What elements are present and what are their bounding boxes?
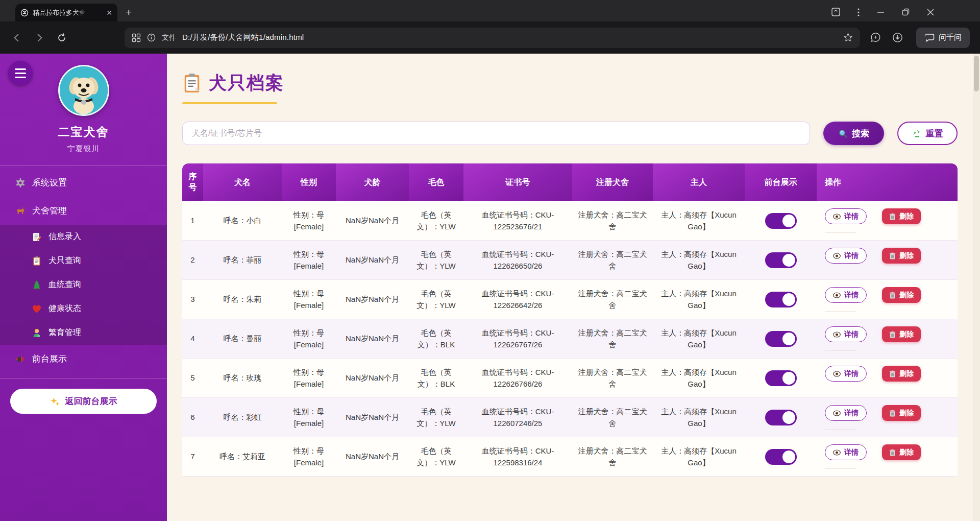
action-underline xyxy=(825,272,856,272)
display-toggle[interactable] xyxy=(765,213,797,229)
row-index: 5 xyxy=(182,359,203,398)
dog-color: 毛色（英文）：YLW xyxy=(409,241,463,280)
sidebar-item-pedigree-query[interactable]: 血统查询 xyxy=(0,273,167,297)
delete-button[interactable]: 删除 xyxy=(882,444,921,460)
action-underline xyxy=(825,311,856,312)
browser-tab[interactable]: 精品拉布拉多犬舍 ✕ xyxy=(15,4,117,21)
dog-age: NaN岁NaN个月 xyxy=(336,280,409,319)
minimize-icon[interactable] xyxy=(877,8,885,16)
bookmark-star-icon[interactable] xyxy=(843,33,853,42)
dog-gender: 性别：母[Female] xyxy=(282,437,336,477)
detail-button-label: 详情 xyxy=(844,409,859,418)
sidebar-submenu: 信息录入 犬只查询 血统查询 健康状态 xyxy=(0,225,167,345)
apps-grid-icon[interactable] xyxy=(132,33,141,42)
megaphone-icon xyxy=(15,354,26,364)
delete-button-label: 删除 xyxy=(899,369,914,378)
col-header-name: 犬名 xyxy=(203,163,282,201)
detail-button-label: 详情 xyxy=(844,212,859,221)
col-header-index: 序号 xyxy=(182,163,203,201)
sidebar-item-label: 繁育管理 xyxy=(48,327,81,338)
back-to-frontend-button[interactable]: 返回前台展示 xyxy=(10,389,157,414)
sidebar-item-dog-query[interactable]: 犬只查询 xyxy=(0,249,167,273)
eye-icon xyxy=(833,331,841,338)
col-header-actions: 操作 xyxy=(817,163,958,201)
display-toggle[interactable] xyxy=(765,410,797,425)
eye-icon xyxy=(833,214,841,220)
page-scrollbar[interactable] xyxy=(973,54,980,521)
forward-button[interactable] xyxy=(31,29,48,46)
display-toggle[interactable] xyxy=(765,252,797,268)
hamburger-menu-button[interactable] xyxy=(8,61,33,85)
detail-button[interactable]: 详情 xyxy=(825,287,867,303)
action-underline xyxy=(825,429,856,430)
dog-color: 毛色（英文）：YLW xyxy=(409,437,463,477)
detail-button[interactable]: 详情 xyxy=(825,208,867,224)
action-underline xyxy=(825,468,856,469)
boost-icon[interactable] xyxy=(870,32,881,43)
detail-button[interactable]: 详情 xyxy=(825,366,867,382)
row-index: 3 xyxy=(182,280,203,319)
sidebar-item-frontend-display[interactable]: 前台展示 xyxy=(0,345,167,373)
display-toggle[interactable] xyxy=(765,331,797,347)
toggle-knob xyxy=(782,254,795,267)
sidebar-item-kennel-management[interactable]: 犬舍管理 xyxy=(0,197,167,225)
download-icon[interactable] xyxy=(892,32,903,43)
search-button[interactable]: 搜索 xyxy=(823,122,884,145)
display-toggle[interactable] xyxy=(765,449,797,465)
back-button[interactable] xyxy=(8,29,26,46)
delete-button-label: 删除 xyxy=(899,212,914,221)
dog-kennel: 注册犬舍：高二宝犬舍 xyxy=(572,437,653,477)
delete-button[interactable]: 删除 xyxy=(882,248,921,264)
browser-menu-icon[interactable] xyxy=(857,8,860,16)
sidebar-item-info-entry[interactable]: 信息录入 xyxy=(0,225,167,249)
dog-cert: 血统证书号码：CKU-122607246/25 xyxy=(463,398,572,437)
sidebar-panel-icon[interactable] xyxy=(831,8,840,16)
detail-button[interactable]: 详情 xyxy=(825,405,867,421)
dog-age: NaN岁NaN个月 xyxy=(336,201,409,241)
sidebar-item-health-status[interactable]: 健康状态 xyxy=(0,297,167,321)
delete-button[interactable]: 删除 xyxy=(882,326,921,342)
close-window-icon[interactable] xyxy=(927,9,934,16)
sidebar-item-breeding-management[interactable]: 繁育管理 xyxy=(0,321,167,345)
delete-button[interactable]: 删除 xyxy=(882,208,921,224)
dog-gender: 性别：母[Female] xyxy=(282,319,336,359)
dog-owner: 主人：高须存【Xucun Gao】 xyxy=(653,398,745,437)
dog-table-body: 1 呼名：小白 性别：母[Female] NaN岁NaN个月 毛色（英文）：YL… xyxy=(182,201,958,477)
sidebar-item-label: 健康状态 xyxy=(48,303,81,314)
delete-button[interactable]: 删除 xyxy=(882,366,921,382)
reset-button[interactable]: 重置 xyxy=(897,122,958,145)
new-tab-button[interactable]: + xyxy=(117,6,140,21)
dog-name: 呼名：朱莉 xyxy=(203,280,282,319)
dog-table: 序号 犬名 性别 犬龄 毛色 证书号 注册犬舍 主人 前台展示 操作 xyxy=(182,163,958,477)
search-input[interactable] xyxy=(182,122,810,145)
display-toggle[interactable] xyxy=(765,292,797,307)
sidebar-item-system-settings[interactable]: 系统设置 xyxy=(0,169,167,197)
row-index: 4 xyxy=(182,319,203,359)
trash-icon xyxy=(889,213,896,220)
dog-color: 毛色（英文）：BLK xyxy=(409,359,463,398)
restore-icon[interactable] xyxy=(902,8,910,16)
tab-title: 精品拉布拉多犬舍 xyxy=(33,8,86,17)
delete-button[interactable]: 删除 xyxy=(882,287,921,303)
url-text[interactable]: D:/开发/备份/犬舍网站1/admin.html xyxy=(182,33,304,42)
recycle-icon xyxy=(912,129,922,138)
tab-close-icon[interactable]: ✕ xyxy=(106,9,112,17)
dog-gender: 性别：母[Female] xyxy=(282,359,336,398)
gear-icon xyxy=(15,178,26,188)
scrollbar-thumb[interactable] xyxy=(974,56,979,91)
dog-color: 毛色（英文）：BLK xyxy=(409,319,463,359)
info-icon[interactable] xyxy=(147,33,156,42)
table-row: 6 呼名：彩虹 性别：母[Female] NaN岁NaN个月 毛色（英文）：YL… xyxy=(182,398,958,437)
delete-button[interactable]: 删除 xyxy=(882,405,921,421)
ai-assistant-button[interactable]: 问千问 xyxy=(916,28,970,48)
trash-icon xyxy=(889,252,896,259)
table-row: 7 呼名：艾莉亚 性别：母[Female] NaN岁NaN个月 毛色（英文）：Y… xyxy=(182,437,958,477)
reload-button[interactable] xyxy=(53,29,70,46)
col-header-gender: 性别 xyxy=(282,163,336,201)
detail-button[interactable]: 详情 xyxy=(825,326,867,342)
display-toggle[interactable] xyxy=(765,370,797,386)
detail-button[interactable]: 详情 xyxy=(825,248,867,264)
col-header-cert: 证书号 xyxy=(463,163,572,201)
address-bar[interactable]: 文件 D:/开发/备份/犬舍网站1/admin.html xyxy=(125,28,860,48)
detail-button[interactable]: 详情 xyxy=(825,444,867,460)
